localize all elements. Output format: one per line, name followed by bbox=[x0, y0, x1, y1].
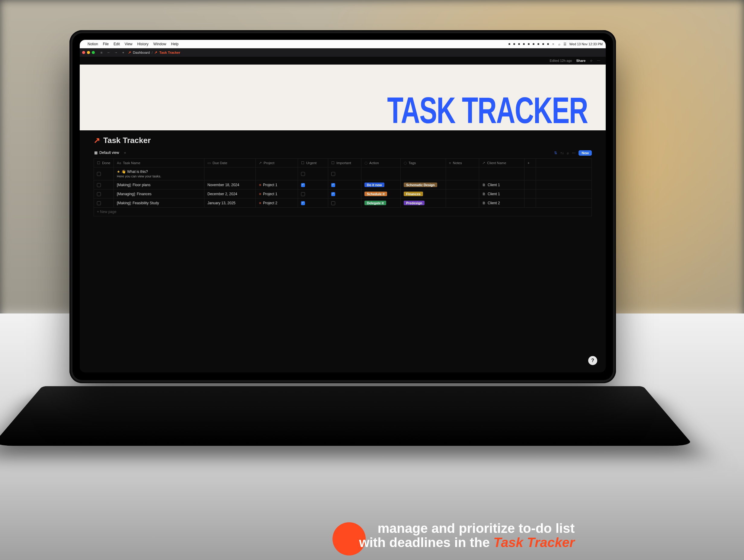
menubar-clock[interactable]: Wed 13 Nov 12:33 PM bbox=[569, 42, 603, 46]
cell-end[interactable] bbox=[536, 190, 592, 199]
table-row[interactable]: [Making]: Floor plansNovember 18, 2024Pr… bbox=[94, 181, 592, 190]
menubar-status-icon[interactable] bbox=[528, 43, 530, 45]
cell-action[interactable] bbox=[362, 167, 401, 181]
control-center-icon[interactable]: ☰ bbox=[563, 42, 566, 46]
cell-important[interactable] bbox=[328, 167, 362, 181]
cell-client[interactable]: Client 1 bbox=[479, 181, 524, 190]
cell-urgent[interactable] bbox=[298, 181, 328, 190]
cell-due-date[interactable]: December 2, 2024 bbox=[204, 190, 256, 199]
col-done[interactable]: ☐Done bbox=[94, 159, 114, 167]
col-action[interactable]: ◌Action bbox=[362, 159, 401, 167]
cell-task-name[interactable]: [Managing]: Finances bbox=[114, 190, 204, 199]
menubar-status-icon[interactable] bbox=[537, 43, 539, 45]
col-urgent[interactable]: ☐Urgent bbox=[298, 159, 328, 167]
cell-urgent[interactable] bbox=[298, 167, 328, 181]
menubar-status-icon[interactable] bbox=[547, 43, 549, 45]
cell-client[interactable] bbox=[479, 167, 524, 181]
cell-end[interactable] bbox=[536, 181, 592, 190]
cell-add[interactable] bbox=[524, 199, 536, 208]
search-icon[interactable]: ⌕ bbox=[558, 42, 560, 46]
col-task-name[interactable]: AaTask Name bbox=[114, 159, 204, 167]
cell-end[interactable] bbox=[536, 199, 592, 208]
cell-client[interactable]: Client 1 bbox=[479, 190, 524, 199]
table-row[interactable]: ★👋What is this?Here you can view your ta… bbox=[94, 167, 592, 181]
cell-urgent[interactable] bbox=[298, 199, 328, 208]
cell-action[interactable]: Do it now bbox=[362, 181, 401, 190]
cell-task-name[interactable]: ★👋What is this?Here you can view your ta… bbox=[114, 167, 204, 181]
cell-important[interactable] bbox=[328, 181, 362, 190]
cell-due-date[interactable] bbox=[204, 167, 256, 181]
menu-edit[interactable]: Edit bbox=[114, 42, 120, 46]
menu-view[interactable]: View bbox=[125, 42, 133, 46]
share-button[interactable]: Share bbox=[576, 59, 586, 63]
cell-add[interactable] bbox=[524, 190, 536, 199]
cell-project[interactable]: Project 1 bbox=[256, 190, 298, 199]
cell-notes[interactable] bbox=[446, 181, 479, 190]
minimize-window-button[interactable] bbox=[87, 51, 90, 54]
cell-end[interactable] bbox=[536, 167, 592, 181]
cell-tags[interactable]: Schematic Design bbox=[401, 181, 446, 190]
sort-icon[interactable]: ↑↓ bbox=[560, 151, 564, 155]
cell-project[interactable]: Project 1 bbox=[256, 181, 298, 190]
menubar-status-icon[interactable] bbox=[542, 43, 544, 45]
back-button[interactable]: ← bbox=[106, 51, 111, 54]
cell-tags[interactable]: Finances bbox=[401, 190, 446, 199]
table-row[interactable]: [Managing]: FinancesDecember 2, 2024Proj… bbox=[94, 190, 592, 199]
cell-urgent[interactable] bbox=[298, 190, 328, 199]
maximize-window-button[interactable] bbox=[92, 51, 95, 54]
menu-help[interactable]: Help bbox=[171, 42, 179, 46]
more-db-icon[interactable]: ⋯ bbox=[572, 151, 575, 155]
close-window-button[interactable] bbox=[82, 51, 85, 54]
cell-notes[interactable] bbox=[446, 199, 479, 208]
filter-icon[interactable]: ⇅ bbox=[554, 151, 557, 155]
wifi-icon[interactable]: ᯤ bbox=[552, 42, 555, 46]
cell-important[interactable] bbox=[328, 190, 362, 199]
cell-due-date[interactable]: January 13, 2025 bbox=[204, 199, 256, 208]
col-tags[interactable]: ◌Tags bbox=[401, 159, 446, 167]
menu-history[interactable]: History bbox=[137, 42, 149, 46]
cell-action[interactable]: Delegate it bbox=[362, 199, 401, 208]
page-heading[interactable]: ↗ Task Tracker bbox=[94, 136, 592, 145]
col-notes[interactable]: ≡Notes bbox=[446, 159, 479, 167]
more-icon[interactable]: ⋯ bbox=[597, 59, 600, 63]
menubar-status-icon[interactable] bbox=[533, 43, 534, 45]
col-project[interactable]: ↗Project bbox=[256, 159, 298, 167]
cell-tags[interactable]: Predesign bbox=[401, 199, 446, 208]
table-row[interactable]: [Making]: Feasibility StudyJanuary 13, 2… bbox=[94, 199, 592, 208]
new-page-button[interactable]: + bbox=[121, 51, 125, 54]
cell-notes[interactable] bbox=[446, 167, 479, 181]
page-title[interactable]: Task Tracker bbox=[103, 136, 151, 145]
view-tab-default[interactable]: ▦ Default view bbox=[94, 149, 120, 157]
menubar-status-icon[interactable] bbox=[513, 43, 515, 45]
cell-due-date[interactable]: November 18, 2024 bbox=[204, 181, 256, 190]
add-view-button[interactable]: + bbox=[124, 151, 126, 155]
cell-tags[interactable] bbox=[401, 167, 446, 181]
menubar-status-icon[interactable] bbox=[509, 43, 510, 45]
forward-button[interactable]: → bbox=[114, 51, 118, 54]
cell-important[interactable] bbox=[328, 199, 362, 208]
cell-action[interactable]: Schedule it bbox=[362, 190, 401, 199]
done-checkbox[interactable] bbox=[97, 172, 101, 176]
cell-add[interactable] bbox=[524, 181, 536, 190]
menu-window[interactable]: Window bbox=[153, 42, 166, 46]
cell-project[interactable] bbox=[256, 167, 298, 181]
col-important[interactable]: ☐Important bbox=[328, 159, 362, 167]
breadcrumb-root[interactable]: Dashboard bbox=[133, 51, 150, 54]
new-row-label[interactable]: New page bbox=[94, 208, 592, 216]
cell-task-name[interactable]: [Making]: Feasibility Study bbox=[114, 199, 204, 208]
add-column-button[interactable]: + bbox=[524, 159, 536, 167]
cell-notes[interactable] bbox=[446, 190, 479, 199]
col-due-date[interactable]: ▭Due Date bbox=[204, 159, 256, 167]
page-cover[interactable]: TASK TRACKER bbox=[80, 65, 606, 130]
cell-project[interactable]: Project 2 bbox=[256, 199, 298, 208]
done-checkbox[interactable] bbox=[97, 183, 101, 187]
updates-icon[interactable]: ☆ bbox=[590, 59, 593, 63]
menubar-app[interactable]: Notion bbox=[87, 42, 98, 46]
menu-file[interactable]: File bbox=[103, 42, 109, 46]
cell-done[interactable] bbox=[94, 190, 114, 199]
menubar-status-icon[interactable] bbox=[523, 43, 525, 45]
col-client[interactable]: ↗Client Name bbox=[479, 159, 524, 167]
new-row[interactable]: New page bbox=[94, 208, 592, 216]
search-icon[interactable]: ⌕ bbox=[567, 151, 569, 155]
cell-done[interactable] bbox=[94, 199, 114, 208]
